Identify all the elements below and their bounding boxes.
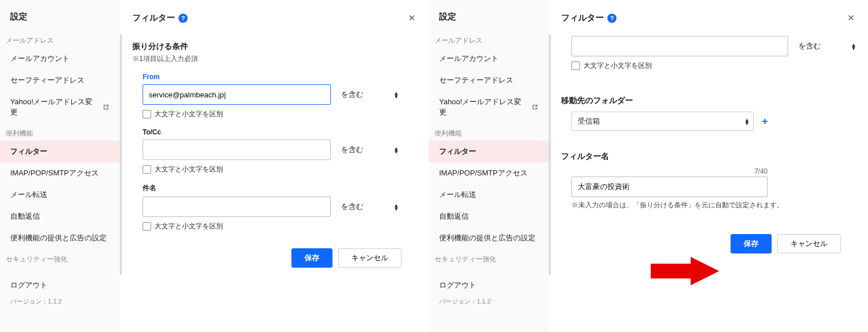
subject-case-checkbox[interactable]: [143, 222, 151, 231]
from-input[interactable]: [143, 84, 331, 105]
nav-autoreply[interactable]: 自動返信: [429, 206, 549, 227]
panel-title: フィルター: [561, 13, 604, 23]
cancel-button[interactable]: キャンセル: [338, 248, 401, 268]
section-security: セキュリティー強化: [0, 249, 120, 267]
sidebar-title: 設定: [429, 0, 549, 30]
nav-filter[interactable]: フィルター: [0, 141, 120, 162]
section-utility: 便利機能: [0, 123, 120, 141]
help-icon[interactable]: ?: [607, 14, 616, 23]
subject-case-label: 大文字と小文字を区別: [155, 222, 223, 231]
nav-imap-pop-smtp[interactable]: IMAP/POP/SMTPアクセス: [0, 162, 120, 184]
close-icon[interactable]: ×: [405, 10, 419, 26]
filtername-input[interactable]: [571, 177, 768, 197]
required-note: ※1項目以上入力必須: [132, 54, 419, 69]
nav-filter[interactable]: フィルター: [429, 141, 549, 162]
tocc-match-select[interactable]: を含む ▴▾: [338, 141, 400, 159]
add-folder-icon[interactable]: +: [762, 116, 768, 128]
external-link-icon: [103, 104, 109, 110]
close-icon[interactable]: ×: [844, 10, 858, 26]
settings-sidebar-right: 設定 メールアドレス メールアカウント セーフティーアドレス Yahoo!メール…: [429, 0, 549, 332]
save-button[interactable]: 保存: [731, 234, 772, 253]
save-button[interactable]: 保存: [291, 248, 332, 268]
nav-safety-address[interactable]: セーフティーアドレス: [429, 69, 549, 91]
chevron-updown-icon: ▴▾: [395, 91, 397, 98]
tocc-label: To/Cc: [143, 128, 419, 140]
filtername-heading: フィルター名: [561, 134, 858, 164]
settings-sidebar-left: 設定 メールアドレス メールアカウント セーフティーアドレス Yahoo!メール…: [0, 0, 120, 332]
nav-mail-account[interactable]: メールアカウント: [0, 48, 120, 69]
tocc-input[interactable]: [143, 140, 331, 160]
from-case-label: 大文字と小文字を区別: [155, 109, 223, 119]
filter-panel-left: フィルター ? × 振り分ける条件 ※1項目以上入力必須 From を含む ▴▾…: [122, 0, 429, 332]
condition-input[interactable]: [571, 36, 788, 56]
nav-imap-pop-smtp[interactable]: IMAP/POP/SMTPアクセス: [429, 162, 549, 184]
nav-ads-settings[interactable]: 便利機能の提供と広告の設定: [429, 227, 549, 249]
from-case-checkbox[interactable]: [143, 110, 151, 118]
svg-marker-0: [651, 257, 719, 285]
version-label: バージョン：1.1.2: [429, 296, 549, 311]
nav-autoreply[interactable]: 自動返信: [0, 206, 120, 227]
arrow-right-icon: [651, 257, 719, 285]
subject-match-select[interactable]: を含む ▴▾: [338, 198, 400, 216]
help-icon[interactable]: ?: [179, 14, 188, 23]
subject-label: 件名: [143, 183, 419, 196]
nav-logout[interactable]: ログアウト: [0, 274, 120, 296]
section-utility: 便利機能: [429, 123, 549, 141]
sidebar-title: 設定: [0, 0, 120, 30]
nav-yahoo-address-change[interactable]: Yahoo!メールアドレス変更: [429, 91, 549, 123]
filter-panel-right: フィルター ? × を含む ▴▾ 大文字と小文字を区別 移動先のフォルダー 受信…: [551, 0, 868, 332]
folder-select[interactable]: 受信箱 ▴▾: [571, 112, 754, 131]
nav-ads-settings[interactable]: 便利機能の提供と広告の設定: [0, 227, 120, 249]
tocc-case-checkbox[interactable]: [143, 165, 151, 174]
nav-mail-account[interactable]: メールアカウント: [429, 48, 549, 69]
nav-safety-address[interactable]: セーフティーアドレス: [0, 69, 120, 91]
section-security: セキュリティー強化: [429, 249, 549, 267]
condition-case-checkbox[interactable]: [571, 62, 580, 70]
version-label: バージョン：1.1.2: [0, 296, 120, 311]
tocc-case-label: 大文字と小文字を区別: [155, 165, 223, 174]
chevron-updown-icon: ▴▾: [395, 203, 397, 210]
nav-forwarding[interactable]: メール転送: [429, 184, 549, 206]
chevron-updown-icon: ▴▾: [852, 43, 854, 50]
chevron-updown-icon: ▴▾: [395, 146, 397, 153]
folder-heading: 移動先のフォルダー: [561, 76, 858, 108]
section-mail: メールアドレス: [0, 30, 120, 48]
conditions-heading: 振り分ける条件: [132, 30, 419, 54]
condition-case-label: 大文字と小文字を区別: [583, 61, 652, 71]
cancel-button[interactable]: キャンセル: [777, 234, 841, 253]
nav-logout[interactable]: ログアウト: [429, 274, 549, 296]
external-link-icon: [532, 104, 538, 110]
panel-title: フィルター: [132, 13, 175, 23]
section-mail: メールアドレス: [429, 30, 549, 48]
name-counter: 7/40: [571, 167, 768, 177]
filtername-note: ※未入力の場合は、「振り分ける条件」を元に自動で設定されます。: [571, 197, 858, 210]
chevron-updown-icon: ▴▾: [745, 118, 748, 125]
nav-forwarding[interactable]: メール転送: [0, 184, 120, 206]
condition-match-select[interactable]: を含む ▴▾: [795, 37, 858, 55]
from-match-select[interactable]: を含む ▴▾: [338, 85, 400, 104]
subject-input[interactable]: [143, 196, 331, 217]
from-label: From: [143, 73, 419, 84]
nav-yahoo-address-change[interactable]: Yahoo!メールアドレス変更: [0, 91, 120, 123]
